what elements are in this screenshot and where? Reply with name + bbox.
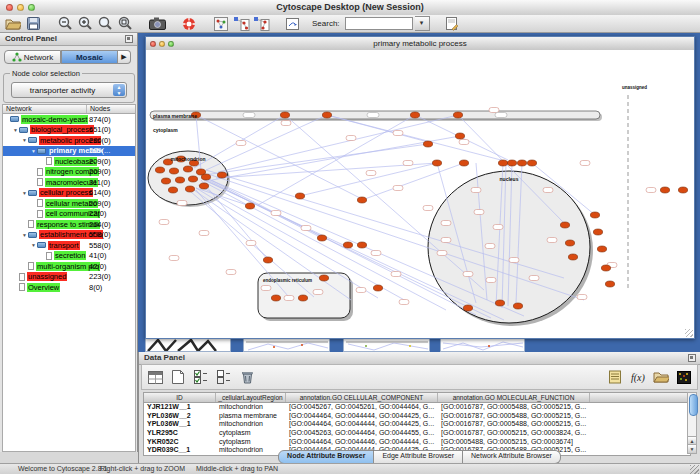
column-header[interactable]: annotation.GO MOLECULAR_FUNCTION xyxy=(438,393,590,402)
tree-row[interactable]: multi-organism pro42(0) xyxy=(3,261,135,272)
tree-row[interactable]: secretion41(0) xyxy=(3,251,135,262)
graph-node[interactable] xyxy=(263,257,272,263)
table-cell[interactable]: [GO:0016787, GO:0005488, GO:0005215, G..… xyxy=(438,403,590,412)
tree-twisty-icon[interactable]: ▼ xyxy=(21,190,28,196)
table-cell[interactable]: [GO:0045263, GO:0044464, GO:0044455, G..… xyxy=(286,429,438,438)
graph-node[interactable] xyxy=(601,265,610,271)
new-attribute-icon[interactable] xyxy=(169,369,187,385)
graph-node[interactable] xyxy=(280,112,289,118)
select-attributes-icon[interactable] xyxy=(146,369,164,385)
table-cell[interactable]: YPL036W__1 xyxy=(144,420,216,429)
table-cell[interactable]: [GO:0016787, GO:0005488, GO:0005215, G..… xyxy=(438,420,590,429)
table-row[interactable]: YPL036W__1mitochondrion[GO:0044464, GO:0… xyxy=(143,420,691,429)
table-cell[interactable]: plasma membrane xyxy=(216,412,286,421)
graph-node[interactable] xyxy=(317,235,326,241)
tree-row[interactable]: Overview8(0) xyxy=(3,282,135,293)
tree-row[interactable]: macromolecule311(0) xyxy=(3,177,135,188)
graph-node[interactable] xyxy=(185,186,194,192)
float-panel-icon[interactable] xyxy=(125,35,133,43)
zoom-in-icon[interactable] xyxy=(76,16,94,32)
table-row[interactable]: YLR295Ccytoplasm[GO:0045263, GO:0044464,… xyxy=(143,429,691,438)
tree-row[interactable]: ▼metabolic process280(0) xyxy=(3,135,135,146)
tree-row[interactable]: ▼biological_process651(0) xyxy=(3,125,135,136)
table-cell[interactable]: YLR295C xyxy=(144,429,216,438)
graph-node[interactable] xyxy=(455,133,464,139)
select-all-attributes-icon[interactable] xyxy=(192,369,210,385)
background-window-fragment[interactable] xyxy=(243,337,330,352)
network-graph[interactable]: plasma membranecytoplasmmitochondrionnuc… xyxy=(146,50,692,338)
graph-node[interactable] xyxy=(605,281,614,287)
graph-node[interactable] xyxy=(423,141,432,147)
table-cell[interactable] xyxy=(590,412,690,421)
tree-row[interactable]: ▼cellular process614(0) xyxy=(3,188,135,199)
graph-node[interactable] xyxy=(498,160,507,166)
attribute-table[interactable]: ID_cellularLayoutRegionannotation.GO CEL… xyxy=(143,392,691,456)
table-row[interactable]: YPL036W__2plasma membrane[GO:0044464, GO… xyxy=(143,412,691,421)
help-icon[interactable] xyxy=(180,16,198,32)
graph-node[interactable] xyxy=(357,197,366,203)
save-icon[interactable] xyxy=(24,16,42,32)
tab-node-attribute-browser[interactable]: Node Attribute Browser xyxy=(278,450,374,464)
vizmapper-icon[interactable] xyxy=(284,16,302,32)
unselect-all-attributes-icon[interactable] xyxy=(215,369,233,385)
graph-node[interactable] xyxy=(357,242,366,248)
annotation-icon[interactable] xyxy=(606,369,624,385)
graph-node[interactable] xyxy=(188,176,197,182)
column-header[interactable]: _cellularLayoutRegion xyxy=(216,393,286,402)
tab-mosaic[interactable]: Mosaic xyxy=(61,50,118,64)
graph-node[interactable] xyxy=(593,229,602,235)
graph-node[interactable] xyxy=(590,212,599,218)
import-attributes-icon[interactable] xyxy=(652,369,670,385)
tree-twisty-icon[interactable]: ▼ xyxy=(30,242,37,248)
table-cell[interactable]: [GO:0016787, GO:0005488, GO:0005215, G..… xyxy=(438,412,590,421)
network-canvas[interactable]: plasma membranecytoplasmmitochondrionnuc… xyxy=(146,50,694,338)
graph-node[interactable] xyxy=(175,177,184,183)
table-cell[interactable] xyxy=(590,403,690,412)
tree-row[interactable]: response to stimulu264(0) xyxy=(3,219,135,230)
background-window-fragment[interactable] xyxy=(145,337,231,352)
app-titlebar[interactable]: Cytoscape Desktop (New Session) xyxy=(0,0,700,16)
graph-node[interactable] xyxy=(322,112,331,118)
network-view-titlebar[interactable]: primary metabolic process xyxy=(146,37,694,51)
float-data-panel-icon[interactable] xyxy=(688,354,696,362)
zoom-out-icon[interactable] xyxy=(56,16,74,32)
graph-edge[interactable] xyxy=(206,115,327,170)
graph-node[interactable] xyxy=(271,295,280,301)
table-cell[interactable]: mitochondrion xyxy=(216,403,286,412)
graph-node[interactable] xyxy=(517,160,526,166)
graph-node[interactable] xyxy=(319,275,328,281)
table-row[interactable]: YKR052Ccytoplasm[GO:0044464, GO:0044446,… xyxy=(143,438,691,447)
table-cell[interactable]: cytoplasm xyxy=(216,429,286,438)
tree-twisty-icon[interactable]: ▼ xyxy=(21,137,28,143)
snapshot-icon[interactable] xyxy=(148,16,166,32)
network-column-header[interactable]: Network xyxy=(3,105,87,113)
table-row[interactable]: YJR121W__1mitochondrion[GO:0045267, GO:0… xyxy=(143,403,691,412)
search-dropdown-button[interactable]: ▾ xyxy=(415,16,430,31)
table-cell[interactable]: YJR121W__1 xyxy=(144,403,216,412)
graph-node[interactable] xyxy=(560,222,569,228)
tree-row[interactable]: ▼primary metabo209(... xyxy=(3,146,135,157)
table-cell[interactable]: [GO:0005488, GO:0005215, GO:0003674] xyxy=(438,438,590,447)
layout-icon-a[interactable] xyxy=(232,16,250,32)
graph-node[interactable] xyxy=(527,160,536,166)
graph-node[interactable] xyxy=(410,112,419,118)
graph-node[interactable] xyxy=(155,167,164,173)
table-cell[interactable]: [GO:0045267, GO:0045261, GO:0044464, G..… xyxy=(286,403,438,412)
tree-twisty-icon[interactable]: ▼ xyxy=(21,232,28,238)
table-cell[interactable]: YKR052C xyxy=(144,438,216,447)
view-resize-grip[interactable] xyxy=(685,329,693,337)
graph-node[interactable] xyxy=(507,160,516,166)
graph-node[interactable] xyxy=(660,187,669,193)
nodes-column-header[interactable]: Nodes xyxy=(87,105,110,113)
graph-node[interactable] xyxy=(597,246,606,252)
graph-node[interactable] xyxy=(169,168,178,174)
tree-row[interactable]: ▼establishment of lo558(0) xyxy=(3,230,135,241)
tree-row[interactable]: cellular metabo209(0) xyxy=(3,198,135,209)
function-builder-icon[interactable]: f(x) xyxy=(629,369,647,385)
app-resize-grip[interactable] xyxy=(690,465,699,474)
more-tabs-button[interactable]: ▶ xyxy=(118,50,131,64)
table-cell[interactable]: [GO:0044464, GO:0044446, GO:0044444, G..… xyxy=(286,438,438,447)
network-view-window[interactable]: primary metabolic process plasma membran… xyxy=(145,36,695,339)
network-overview-icon[interactable] xyxy=(212,16,230,32)
tab-network[interactable]: Network xyxy=(4,50,61,64)
